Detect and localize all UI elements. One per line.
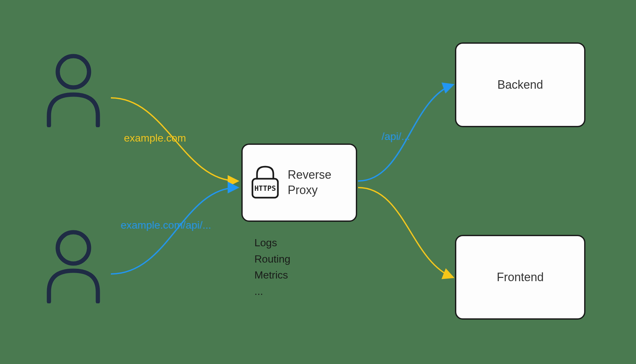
user-icon-bottom bbox=[42, 228, 104, 303]
reverse-proxy-label-line2: Proxy bbox=[288, 183, 331, 198]
frontend-node: Frontend bbox=[455, 235, 585, 320]
svg-point-1 bbox=[58, 232, 89, 264]
proxy-meta-ellipsis: ... bbox=[254, 283, 290, 300]
https-lock-icon: HTTPS bbox=[250, 164, 280, 201]
arrow-label-api-path: /api/... bbox=[382, 130, 410, 143]
svg-point-0 bbox=[58, 56, 89, 87]
backend-node: Backend bbox=[455, 42, 585, 127]
reverse-proxy-label: Reverse Proxy bbox=[288, 167, 331, 198]
proxy-meta-list: Logs Routing Metrics ... bbox=[254, 235, 290, 299]
frontend-label: Frontend bbox=[497, 270, 544, 285]
reverse-proxy-label-line1: Reverse bbox=[288, 167, 331, 183]
proxy-meta-metrics: Metrics bbox=[254, 267, 290, 283]
svg-text:HTTPS: HTTPS bbox=[254, 184, 276, 192]
backend-label: Backend bbox=[497, 77, 543, 93]
user-icon-top bbox=[42, 52, 104, 127]
proxy-meta-routing: Routing bbox=[254, 251, 290, 267]
proxy-meta-logs: Logs bbox=[254, 235, 290, 251]
reverse-proxy-node: HTTPS Reverse Proxy bbox=[241, 144, 357, 222]
arrow-label-example-com-api: example.com/api/... bbox=[121, 219, 211, 231]
arrow-label-example-com: example.com bbox=[124, 132, 186, 144]
